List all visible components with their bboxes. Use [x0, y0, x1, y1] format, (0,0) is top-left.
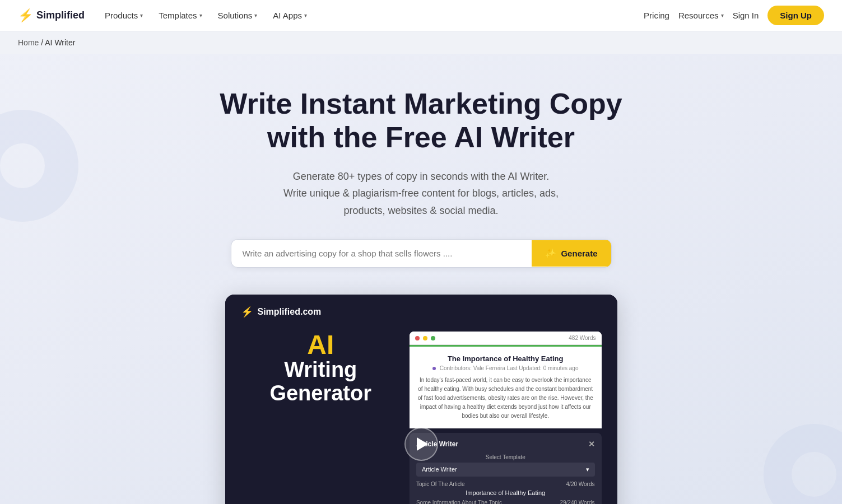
doc-title: The Importance of Healthy Eating: [417, 354, 594, 363]
video-right-content: 482 Words The Importance of Healthy Eati…: [410, 332, 602, 504]
chevron-down-icon: ▾: [140, 12, 143, 18]
generate-button[interactable]: ✨ Generate: [532, 240, 611, 267]
panel-close-icon[interactable]: ✕: [588, 440, 595, 449]
chevron-down-icon: ▾: [254, 12, 257, 18]
doc-dot: [432, 367, 436, 370]
toolbar-dot-green: [431, 336, 435, 340]
article-writer-panel: Article Writer ✕ Select Template Article…: [410, 433, 602, 504]
panel-info-counter: 29/240 Words: [560, 500, 594, 504]
toolbar-dot-red: [415, 336, 420, 340]
chevron-down-icon: ▾: [199, 12, 202, 18]
video-left-content: AI Writing Generator: [241, 332, 401, 504]
doc-preview: The Importance of Healthy Eating Contrib…: [410, 347, 602, 428]
hero-section: Write Instant Marketing Copy with the Fr…: [0, 54, 842, 504]
nav-pricing[interactable]: Pricing: [644, 11, 669, 20]
logo-icon: ⚡: [18, 8, 33, 23]
doc-paragraph-1: In today's fast-paced world, it can be e…: [417, 376, 594, 421]
breadcrumb-current: AI Writer: [45, 38, 75, 47]
navbar: ⚡ Simplified Products ▾ Templates ▾ Solu…: [0, 0, 842, 31]
chevron-down-icon: ▾: [586, 466, 589, 473]
logo-link[interactable]: ⚡ Simplified: [18, 8, 85, 23]
nav-resources[interactable]: Resources ▾: [678, 11, 724, 20]
nav-signin-link[interactable]: Sign In: [733, 11, 759, 20]
panel-info-label: Some Information About The Topic: [416, 500, 502, 504]
breadcrumb-home[interactable]: Home: [18, 38, 39, 47]
doc-toolbar: 482 Words: [410, 332, 602, 345]
panel-topic-row: Topic Of The Article 4/20 Words: [416, 481, 595, 487]
nav-signup-button[interactable]: Sign Up: [767, 6, 824, 25]
video-logo-icon: ⚡: [241, 306, 253, 318]
magic-icon: ✨: [545, 248, 556, 259]
video-logo-text: Simplified.com: [258, 307, 322, 317]
search-input[interactable]: [231, 240, 532, 267]
video-preview: ⚡ Simplified.com AI Writing Generator: [225, 295, 617, 504]
hero-decorative-arc-left: [0, 110, 78, 222]
chevron-down-icon: ▾: [304, 12, 307, 18]
chevron-down-icon: ▾: [721, 12, 724, 18]
toolbar-dot-yellow: [423, 336, 427, 340]
panel-info-row: Some Information About The Topic 29/240 …: [416, 500, 595, 504]
breadcrumb: Home / AI Writer: [0, 31, 842, 54]
hero-title: Write Instant Marketing Copy with the Fr…: [208, 87, 634, 155]
panel-template-select[interactable]: Article Writer ▾: [416, 463, 595, 477]
video-ai-label: AI: [241, 332, 401, 358]
doc-meta: Contributors: Vale Ferreira Last Updated…: [417, 365, 594, 371]
logo-text: Simplified: [36, 10, 85, 21]
word-count: 482 Words: [569, 335, 596, 341]
nav-products[interactable]: Products ▾: [98, 6, 150, 25]
panel-topic-label: Topic Of The Article: [416, 481, 465, 487]
panel-template-label: Select Template: [416, 454, 595, 460]
play-icon: [417, 437, 428, 451]
video-body: AI Writing Generator: [225, 318, 617, 504]
search-bar: ✨ Generate: [231, 239, 612, 268]
nav-templates[interactable]: Templates ▾: [152, 6, 208, 25]
nav-right: Pricing Resources ▾ Sign In Sign Up: [644, 6, 824, 25]
hero-decorative-arc-right: [764, 424, 842, 504]
video-logo: ⚡ Simplified.com: [241, 306, 322, 318]
video-header: ⚡ Simplified.com: [225, 295, 617, 318]
nav-solutions[interactable]: Solutions ▾: [211, 6, 264, 25]
play-button[interactable]: [404, 427, 438, 461]
panel-topic-value: Importance of Healthy Eating: [416, 489, 595, 496]
panel-header: Article Writer ✕: [416, 440, 595, 449]
doc-container: 482 Words The Importance of Healthy Eati…: [410, 332, 602, 428]
nav-ai-apps[interactable]: AI Apps ▾: [266, 6, 314, 25]
video-writing-label: Writing Generator: [241, 358, 401, 405]
hero-subtitle: Generate 80+ types of copy in seconds wi…: [264, 168, 578, 220]
nav-links: Products ▾ Templates ▾ Solutions ▾ AI Ap…: [98, 6, 644, 25]
panel-topic-counter: 4/20 Words: [566, 481, 595, 487]
